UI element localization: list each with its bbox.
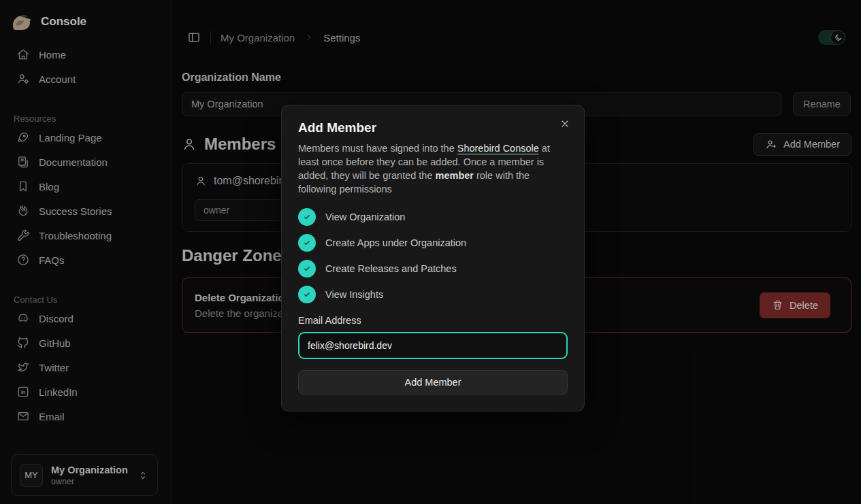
shorebird-console-link[interactable]: Shorebird Console (457, 143, 539, 154)
permission-label: View Organization (325, 212, 405, 222)
modal-description: Members must have signed into the Shoreb… (298, 141, 568, 196)
modal-add-member-button[interactable]: Add Member (298, 370, 568, 394)
email-address-label: Email Address (298, 315, 568, 326)
modal-close-button[interactable] (557, 116, 573, 132)
permission-row: Create Apps under Organization (298, 234, 568, 252)
check-circle-icon (298, 260, 316, 278)
permission-row: Create Releases and Patches (298, 260, 568, 278)
permissions-list: View Organization Create Apps under Orga… (298, 208, 568, 303)
check-circle-icon (298, 234, 316, 252)
check-circle-icon (298, 208, 316, 226)
permission-row: View Insights (298, 286, 568, 303)
add-member-modal: Add Member Members must have signed into… (281, 105, 585, 411)
app-root: Console Home Account Resources Landing P… (0, 0, 861, 504)
desc-member-bold: member (436, 170, 474, 181)
modal-title: Add Member (298, 120, 568, 135)
permission-row: View Organization (298, 208, 568, 226)
close-icon (559, 118, 570, 129)
check-circle-icon (298, 286, 316, 303)
desc-text: Members must have signed into the (298, 143, 457, 154)
permission-label: Create Releases and Patches (325, 263, 457, 274)
permission-label: Create Apps under Organization (325, 237, 466, 248)
email-input[interactable] (298, 332, 568, 359)
permission-label: View Insights (325, 289, 383, 300)
